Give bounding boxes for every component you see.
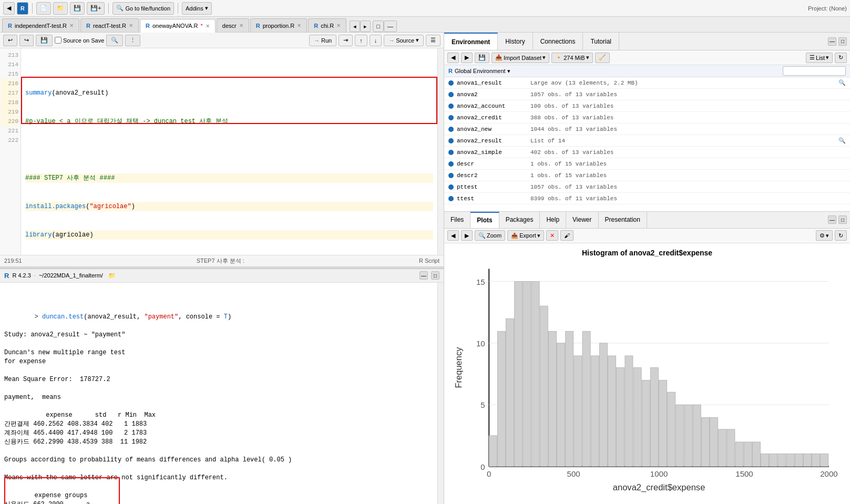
export-btn[interactable]: 📤 Export ▾	[507, 230, 544, 241]
list-btn[interactable]: ☰ List ▾	[806, 53, 833, 63]
tab-scroll-right[interactable]: ▸	[360, 20, 371, 32]
code-editor[interactable]: 213 214 215 216 217 218 219 220 221 222 …	[0, 48, 444, 255]
brush-btn[interactable]: 🖌	[560, 230, 574, 241]
env-var-name9[interactable]: descr2	[457, 172, 530, 179]
plots-tab-viewer[interactable]: Viewer	[566, 212, 598, 228]
tab-close2[interactable]: ✕	[129, 23, 133, 28]
tab-close6[interactable]: ✕	[336, 23, 341, 28]
console-content[interactable]: > duncan.test(anova2_result, "payment", …	[0, 283, 444, 505]
code-content[interactable]: summary(anova2_result) #p-value < a 이므로 …	[21, 48, 437, 255]
zoom-btn[interactable]: 🔍 Zoom	[475, 230, 505, 241]
env-maximize[interactable]: □	[838, 37, 847, 46]
svg-rect-45	[752, 442, 760, 467]
plots-maximize[interactable]: □	[838, 215, 847, 224]
plots-tab-files[interactable]: Files	[444, 212, 470, 228]
env-dot4	[448, 115, 454, 120]
addins-button[interactable]: Addins ▾	[182, 2, 212, 15]
env-tab-connections[interactable]: Connections	[533, 33, 583, 50]
tab-independentT[interactable]: R independentT-test.R ✕	[2, 18, 79, 32]
next-chunk-button[interactable]: ⇥	[339, 35, 353, 46]
save-button[interactable]: 💾	[70, 2, 85, 15]
env-var-name10[interactable]: pttest	[457, 184, 530, 190]
plots-tab-presentation[interactable]: Presentation	[599, 212, 647, 228]
fwd-btn[interactable]: ▶	[461, 53, 473, 63]
back-button[interactable]: ◀	[3, 2, 15, 15]
tab-onewayANOVA[interactable]: R onewayANOVA.R * ✕	[140, 19, 216, 33]
open-file-button[interactable]: 📁	[53, 2, 68, 15]
tab-r-icon: R	[8, 23, 12, 29]
redo-button[interactable]: ↪	[19, 35, 34, 46]
prev-button[interactable]: ↑	[355, 35, 367, 46]
plots-tab-packages[interactable]: Packages	[499, 212, 540, 228]
plots-fwd-btn[interactable]: ▶	[461, 230, 473, 241]
env-var-name6[interactable]: anova2_result	[457, 138, 530, 144]
tab-chi[interactable]: R chi.R ✕	[308, 18, 346, 32]
env-var-name3[interactable]: anova2_account	[457, 103, 530, 109]
editor-scrollbar[interactable]	[437, 48, 444, 255]
run-button[interactable]: → Run	[309, 35, 336, 46]
search-button[interactable]: 🔍	[106, 35, 123, 46]
next-button[interactable]: ↓	[370, 35, 382, 46]
env-var-name8[interactable]: descr	[457, 161, 530, 167]
tab-proportion[interactable]: R proportion.R ✕	[250, 18, 308, 32]
plots-minimize[interactable]: —	[828, 215, 836, 224]
tab-close4[interactable]: ✕	[239, 23, 243, 28]
svg-rect-15	[497, 331, 505, 466]
refresh-btn[interactable]: ↻	[835, 53, 847, 63]
env-var-name7[interactable]: anova2_simple	[457, 149, 530, 156]
save-all-button[interactable]: 💾+	[87, 2, 105, 15]
env-var-name[interactable]: anova1_result	[457, 80, 530, 86]
env-search-icon[interactable]: 🔍	[838, 79, 846, 86]
cursor-position: 219:51	[4, 258, 22, 264]
go-to-file-button[interactable]: 🔍 Go to file/function	[112, 2, 174, 15]
back-btn[interactable]: ◀	[447, 53, 459, 63]
env-row-anova2account: anova2_account 100 obs. of 13 variables	[444, 100, 850, 112]
source-on-save-checkbox[interactable]	[55, 37, 62, 44]
delete-plot-btn[interactable]: ✕	[546, 230, 558, 241]
console-maximize[interactable]: □	[431, 271, 439, 280]
source-on-save-label[interactable]: Source on Save	[55, 37, 104, 44]
left-pane: ↩ ↪ 💾 Source on Save 🔍 ⋮ → Run ⇥ ↑ ↓ → S…	[0, 33, 444, 504]
undo-button[interactable]: ↩	[3, 35, 17, 46]
env-var-name4[interactable]: anova2_credit	[457, 115, 530, 121]
env-var-name5[interactable]: anova2_new	[457, 126, 530, 132]
plots-tab-help[interactable]: Help	[540, 212, 566, 228]
memory-btn[interactable]: 🔸 274 MiB ▾	[551, 53, 592, 63]
env-var-name11[interactable]: ttest	[457, 196, 530, 202]
env-search-icon2[interactable]: 🔍	[838, 137, 846, 144]
save-source-button[interactable]: 💾	[36, 35, 53, 46]
plots-refresh-btn[interactable]: ↻	[835, 230, 847, 241]
console-minimize[interactable]: —	[419, 271, 428, 280]
env-var-name2[interactable]: anova2	[457, 91, 530, 98]
more-button[interactable]: ⋮	[125, 35, 140, 46]
minimize-editor[interactable]: —	[384, 20, 397, 32]
console-scrollbar[interactable]	[437, 283, 444, 505]
global-env-selector[interactable]: Global Environment ▾	[455, 68, 510, 75]
doc-outline-button[interactable]: ☰	[426, 35, 441, 46]
export-chevron: ▾	[537, 232, 540, 239]
env-tab-tutorial[interactable]: Tutorial	[583, 33, 619, 50]
r-env-icon: R	[448, 68, 453, 74]
env-minimize[interactable]: —	[828, 37, 836, 46]
plots-gear-btn[interactable]: ⚙ ▾	[816, 230, 833, 241]
import-btn[interactable]: 📥 Import Dataset ▾	[491, 53, 549, 63]
r-logo-button[interactable]: R	[17, 2, 28, 15]
maximize-editor[interactable]: □	[373, 20, 384, 32]
tab-descr[interactable]: descr ✕	[217, 18, 249, 32]
tab-r-icon3: R	[146, 23, 150, 29]
plots-back-btn[interactable]: ◀	[447, 230, 459, 241]
tab-close3[interactable]: ✕	[206, 23, 210, 29]
env-tab-history[interactable]: History	[498, 33, 532, 50]
tab-scroll-left[interactable]: ◂	[350, 20, 360, 32]
env-tab-environment[interactable]: Environment	[444, 33, 498, 50]
source-button[interactable]: → Source ▾	[384, 35, 424, 46]
plots-tab-plots[interactable]: Plots	[470, 212, 499, 228]
new-file-button[interactable]: 📄	[36, 2, 51, 15]
tab-reactT[interactable]: R reactT-test.R ✕	[80, 18, 139, 32]
env-search-input[interactable]	[783, 66, 846, 76]
tab-close[interactable]: ✕	[69, 23, 74, 28]
broom-btn[interactable]: 🧹	[595, 53, 610, 63]
tab-close5[interactable]: ✕	[297, 23, 301, 28]
svg-text:5: 5	[480, 400, 485, 409]
save-env-btn[interactable]: 💾	[475, 53, 489, 63]
